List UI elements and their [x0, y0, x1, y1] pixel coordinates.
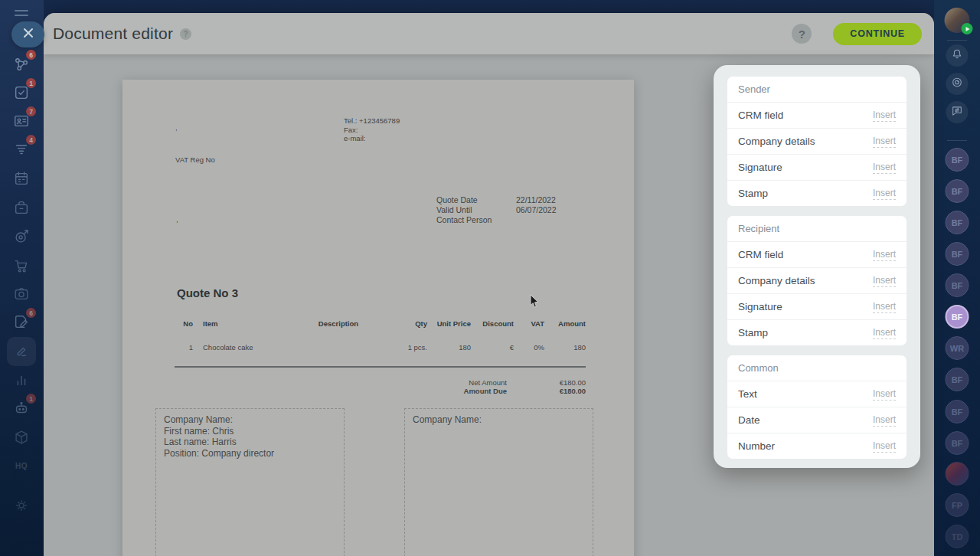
teammate-avatar[interactable]: BF	[946, 431, 969, 455]
sidebar-item-tasks[interactable]: 1	[6, 81, 37, 104]
vat-label: VAT Reg No	[175, 155, 215, 165]
insert-link[interactable]: Insert	[873, 249, 896, 261]
sidebar-item-chatbot[interactable]: 1	[6, 397, 37, 420]
modal-header: Document editor ? ? CONTINUE	[44, 13, 934, 54]
insert-link[interactable]: Insert	[873, 136, 896, 148]
meta-label: Valid Until	[436, 205, 516, 215]
funnel-badge: 4	[26, 135, 36, 145]
common-section: Common Text Insert Date Insert Number In…	[727, 355, 906, 459]
document-page[interactable]: , Tel.: +123456789 Fax: e-mail: VAT Reg …	[122, 80, 634, 556]
quote-meta: Quote Date 22/11/2022 Valid Until 06/07/…	[436, 195, 557, 225]
camera-icon	[13, 286, 30, 303]
insert-link[interactable]: Insert	[873, 414, 896, 427]
sidebar-item-analytics[interactable]	[6, 368, 37, 391]
sidebar-item-calendar[interactable]	[6, 167, 37, 190]
teammate-avatar[interactable]: BF	[946, 242, 969, 266]
insert-link[interactable]: Insert	[873, 188, 896, 200]
sidebar-item-editor-active[interactable]	[7, 337, 36, 366]
teammate-avatar[interactable]: BF	[946, 179, 969, 203]
chat-transfer-button[interactable]	[946, 101, 969, 123]
sidebar-item-contacts[interactable]: 7	[6, 110, 37, 132]
help-button[interactable]: ?	[792, 24, 812, 44]
calendar-icon	[13, 170, 30, 187]
notifications-button[interactable]	[946, 44, 969, 67]
insert-link[interactable]: Insert	[873, 110, 896, 122]
insert-fields-panel: Sender CRM field Insert Company details …	[714, 65, 920, 468]
cell-amount: 180	[544, 343, 586, 352]
divider	[947, 140, 967, 141]
sidebar-item-store[interactable]	[6, 254, 37, 277]
field-row-date: Date Insert	[727, 407, 906, 433]
insert-link[interactable]: Insert	[873, 162, 896, 174]
teammate-avatar[interactable]: WR	[946, 336, 969, 360]
target-rings-icon	[951, 76, 964, 92]
close-editor-button[interactable]	[11, 21, 44, 47]
hq-label: HQ	[15, 462, 28, 470]
section-title: Common	[738, 362, 779, 374]
meta-value	[516, 215, 557, 225]
page-title: Document editor	[53, 25, 173, 43]
field-row-company-details: Company details Insert	[727, 128, 906, 154]
teammate-avatar-selected[interactable]: BF	[946, 305, 969, 329]
title-help-icon[interactable]: ?	[180, 28, 191, 40]
meta-label: Contact Person	[436, 215, 516, 225]
section-title: Sender	[738, 83, 770, 95]
sidebar-item-media[interactable]	[6, 283, 37, 306]
insert-link[interactable]: Insert	[873, 275, 896, 287]
menu-icon[interactable]	[6, 7, 37, 21]
meta-value: 06/07/2022	[516, 205, 557, 215]
teammate-avatar-photo[interactable]	[946, 462, 969, 486]
contacts-badge: 7	[26, 106, 36, 116]
sidebar-item-documents[interactable]: 6	[6, 311, 37, 334]
insert-link[interactable]: Insert	[873, 327, 896, 339]
signer-box[interactable]: Company Name: First name: Chris Last nam…	[155, 408, 345, 556]
focus-mode-button[interactable]	[946, 73, 969, 95]
items-table-header: No Item Description Qty Unit Price Disco…	[175, 319, 586, 328]
teammate-avatar[interactable]: FP	[946, 493, 969, 517]
package-icon	[13, 429, 30, 446]
teammate-avatar[interactable]: BF	[946, 148, 969, 172]
sidebar-item-company[interactable]	[6, 196, 37, 219]
continue-button[interactable]: CONTINUE	[833, 23, 922, 45]
recipient-section: Recipient CRM field Insert Company detai…	[727, 216, 906, 345]
sidebar-item-deals[interactable]: 6	[6, 53, 37, 76]
field-row-stamp: Stamp Insert	[727, 319, 906, 345]
insert-link[interactable]: Insert	[873, 388, 896, 401]
documents-badge: 6	[26, 308, 36, 318]
tasks-badge: 1	[26, 78, 36, 88]
quote-title: Quote No 3	[177, 286, 238, 299]
chat-arrows-icon	[951, 104, 964, 120]
tel-line: Tel.: +123456789	[344, 116, 400, 126]
cell-item: Chocolate cake	[193, 343, 289, 352]
teammate-avatar[interactable]: BF	[946, 368, 969, 391]
teammate-avatar[interactable]: BF	[946, 273, 969, 297]
cell-vat: 0%	[514, 343, 544, 352]
left-sidebar: 6 1 7 4 6	[0, 0, 44, 556]
totals-divider	[175, 366, 586, 368]
current-user-avatar[interactable]	[945, 8, 970, 33]
sidebar-item-goals[interactable]	[6, 225, 37, 248]
field-row-signature: Signature Insert	[727, 293, 906, 319]
meta-value: 22/11/2022	[516, 195, 557, 205]
chatbot-badge: 1	[26, 394, 36, 404]
sidebar-item-products[interactable]	[6, 426, 37, 449]
target-icon	[13, 228, 30, 245]
recipient-box[interactable]: Company Name:	[404, 408, 593, 556]
insert-link[interactable]: Insert	[873, 440, 896, 453]
cell-description	[289, 343, 387, 352]
signer-line: First name: Chris	[164, 426, 336, 437]
teammate-avatar[interactable]: BF	[946, 400, 969, 424]
col-unit-price: Unit Price	[427, 319, 471, 328]
col-no: No	[175, 319, 193, 328]
sidebar-item-funnel[interactable]: 4	[6, 138, 37, 161]
sidebar-item-hq[interactable]: HQ	[6, 454, 37, 477]
teammate-avatar[interactable]: BF	[946, 211, 969, 234]
deals-badge: 6	[26, 50, 36, 60]
col-discount: Discount	[471, 319, 514, 328]
net-amount-value: €180.00	[507, 378, 586, 388]
teammate-avatar[interactable]: TD	[946, 525, 969, 548]
sidebar-item-settings[interactable]	[6, 494, 37, 517]
close-icon	[22, 27, 34, 42]
field-row-company-details: Company details Insert	[727, 267, 906, 293]
insert-link[interactable]: Insert	[873, 301, 896, 313]
